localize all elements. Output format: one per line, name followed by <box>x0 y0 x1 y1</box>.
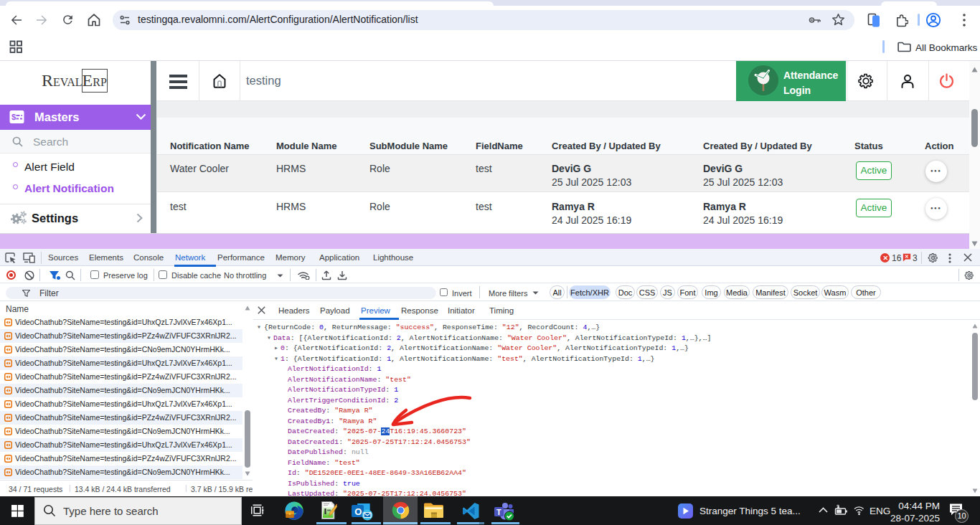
svg-text:✕: ✕ <box>905 254 909 259</box>
svg-text:T: T <box>496 508 501 516</box>
svg-text:$: $ <box>11 113 16 121</box>
svg-text:O: O <box>354 506 362 517</box>
